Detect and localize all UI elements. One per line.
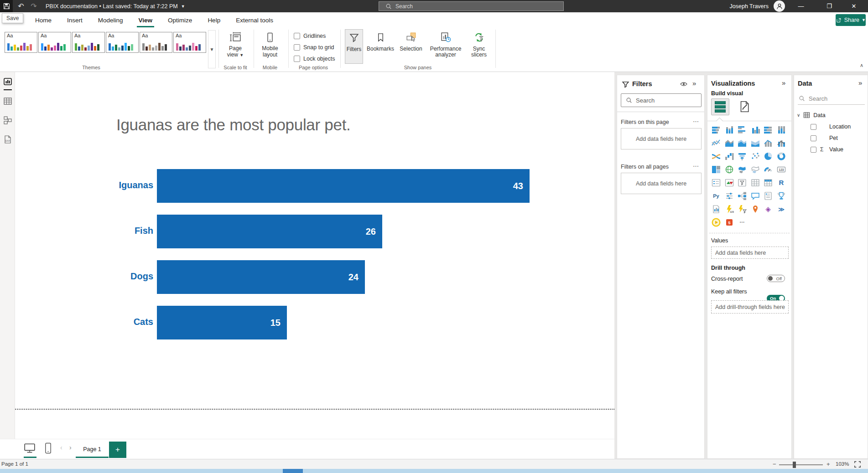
html-content-visual-icon[interactable]: 5 [724,217,735,228]
waterfall-chart-icon[interactable] [724,151,735,162]
model-view-button[interactable] [3,116,12,125]
field-row-pet[interactable]: Pet [811,135,838,141]
zoom-out-button[interactable]: − [773,461,776,468]
theme-5-thumbnail[interactable]: Aa [140,32,172,53]
table-view-button[interactable] [3,97,12,106]
checkbox-snap-to-grid[interactable]: Snap to grid [294,44,335,51]
100-stacked-column-chart-icon[interactable] [776,124,787,135]
data-table-node[interactable]: ∨ Data [797,112,826,118]
desktop-layout-button[interactable] [24,443,36,458]
zoom-slider-track[interactable] [779,464,823,465]
checkbox-box[interactable] [294,44,300,51]
values-dropzone[interactable]: Add data fields here [711,247,789,259]
clustered-bar-chart-icon[interactable] [737,124,748,135]
build-visual-gallery-button[interactable] [711,98,729,115]
next-page-icon[interactable]: › [69,444,72,451]
bar-cats[interactable]: 15 [157,306,287,339]
sync-slicers-button[interactable]: Syncslicers [467,29,491,64]
tab-external-tools[interactable]: External tools [235,13,274,27]
drill-through-dropzone[interactable]: Add drill-through fields here [711,300,789,314]
data-search-input[interactable]: Search [798,93,865,105]
100-stacked-area-chart-icon[interactable] [750,138,761,149]
line-chart-icon[interactable] [711,138,722,149]
clustered-column-chart-icon[interactable] [750,124,761,135]
matrix-icon[interactable] [763,177,774,188]
bar-fish[interactable]: 26 [157,215,382,248]
more-visuals-icon[interactable]: ⋯ [737,217,748,228]
zoom-in-button[interactable]: + [826,461,830,468]
pie-chart-icon[interactable] [763,151,774,162]
arcgis-map-icon[interactable] [750,204,761,215]
field-checkbox[interactable] [811,135,816,141]
ribbon-chart-icon[interactable] [711,151,722,162]
kpi-icon[interactable] [724,177,735,188]
table-icon[interactable] [750,177,761,188]
theme-1-thumbnail[interactable]: Aa [5,32,37,53]
tab-modeling[interactable]: Modeling [97,13,124,27]
selection-pane-button[interactable]: Selection [398,29,424,64]
close-button[interactable]: ✕ [843,0,864,12]
tab-view[interactable]: View [138,13,154,27]
redo-button[interactable]: ↷ [28,0,39,12]
performance-analyzer-button[interactable]: Performanceanalyzer [426,29,465,64]
filters-this-page-more-icon[interactable]: ⋯ [693,118,699,125]
funnel-chart-icon[interactable] [737,151,748,162]
user-avatar[interactable] [774,0,785,12]
multi-row-card-icon[interactable] [711,177,722,188]
field-row-value[interactable]: ΣValue [811,146,843,153]
zoom-slider-thumb[interactable] [793,462,796,468]
treemap-icon[interactable] [711,164,722,175]
page-tab[interactable]: Page 1 [76,442,109,457]
eye-icon[interactable] [680,81,687,87]
filters-pane-toggle-button[interactable]: Filters [345,29,363,64]
chevron-down-icon[interactable]: ∨ [797,113,800,118]
power-automate-visual-icon[interactable] [737,204,748,215]
shape-map-icon[interactable] [750,164,761,175]
field-checkbox[interactable] [811,147,816,153]
play-axis-visual-icon[interactable] [711,217,722,228]
theme-4-thumbnail[interactable]: Aa [106,32,139,53]
100-stacked-bar-chart-icon[interactable] [763,124,774,135]
format-visual-button[interactable] [738,100,751,113]
collapse-data-pane-icon[interactable]: » [858,79,862,87]
scatter-chart-icon[interactable] [750,151,761,162]
filters-all-pages-more-icon[interactable]: ⋯ [693,163,699,170]
restore-button[interactable]: ❐ [819,0,840,12]
donut-chart-icon[interactable] [776,151,787,162]
report-view-button[interactable] [3,77,12,87]
collapse-visualizations-pane-icon[interactable]: » [782,79,785,87]
slicer-icon[interactable] [737,177,748,188]
cross-report-toggle[interactable]: Off [767,275,785,282]
theme-3-thumbnail[interactable]: Aa [72,32,105,53]
python-visual-icon[interactable]: Py [711,190,722,201]
bookmarks-pane-button[interactable]: Bookmarks [365,29,396,64]
page-view-button[interactable]: Page view ▼ [223,32,247,58]
power-apps-visual-icon[interactable]: 123 [724,204,735,215]
tab-insert[interactable]: Insert [66,13,83,27]
paginated-report-icon[interactable] [711,204,722,215]
metrics-icon[interactable] [776,190,787,201]
line-clustered-column-chart-icon[interactable] [776,138,787,149]
theme-6-thumbnail[interactable]: Aa [173,32,206,53]
collapse-ribbon-icon[interactable]: ∧ [860,62,863,68]
global-search-input[interactable]: Search [379,1,564,11]
field-row-location[interactable]: Location [811,123,851,130]
bar-iguanas[interactable]: 43 [157,169,530,203]
mobile-layout-footer-button[interactable] [45,442,52,456]
checkbox-lock-objects[interactable]: Lock objects [294,55,335,62]
field-checkbox[interactable] [811,124,816,130]
report-canvas[interactable]: Iguanas are the most popular pet. Iguana… [15,72,614,459]
key-influencers-icon[interactable] [724,190,735,201]
stacked-area-chart-icon[interactable] [737,138,748,149]
smart-narrative-icon[interactable] [763,190,774,201]
checkbox-box[interactable] [294,56,300,62]
theme-2-thumbnail[interactable]: Aa [38,32,71,53]
tab-help[interactable]: Help [207,13,221,27]
share-button[interactable]: Share ▼ [836,14,866,26]
title-dropdown-caret-icon[interactable]: ▼ [181,4,185,9]
stacked-column-chart-icon[interactable] [724,124,735,135]
minimize-button[interactable]: — [790,0,811,12]
mobile-layout-button[interactable]: Mobilelayout [258,32,282,58]
map-icon[interactable] [724,164,735,175]
stacked-bar-chart-icon[interactable] [711,124,722,135]
